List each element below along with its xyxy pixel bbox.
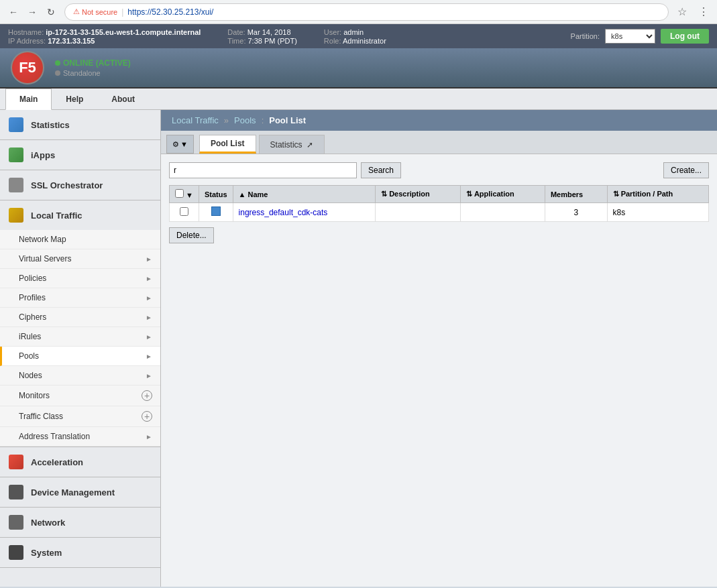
settings-dropdown-icon: ▼ — [180, 140, 188, 148]
create-button[interactable]: Create... — [663, 162, 709, 178]
sidebar-item-device-management[interactable]: Device Management — [0, 477, 160, 507]
pools-chevron: ► — [146, 353, 152, 360]
standalone-dot — [55, 70, 60, 76]
sidebar-item-profiles[interactable]: Profiles ► — [0, 288, 160, 308]
select-all-checkbox[interactable] — [175, 189, 184, 198]
breadcrumb-sep1: » — [224, 115, 229, 125]
profiles-label: Profiles — [19, 293, 46, 302]
search-input[interactable] — [169, 162, 357, 178]
main-layout: Statistics iApps SSL Orchestrator — [0, 110, 717, 587]
logout-button[interactable]: Log out — [661, 29, 709, 44]
nodes-label: Nodes — [19, 371, 42, 380]
bookmark-button[interactable]: ☆ — [674, 4, 690, 20]
partition-path-col-sort: ⇅ — [613, 190, 619, 198]
settings-button[interactable]: ⚙ ▼ — [166, 135, 194, 154]
ciphers-label: Ciphers — [19, 312, 46, 322]
device-management-label: Device Management — [31, 487, 115, 497]
col-header-members[interactable]: Members — [545, 186, 607, 203]
tab-help[interactable]: Help — [52, 89, 97, 109]
pool-list-content: Search Create... ▼ Status — [161, 154, 717, 251]
sidebar-item-monitors[interactable]: Monitors + — [0, 386, 160, 406]
partition-group: Partition: k8s Common Log out — [571, 29, 709, 44]
statistics-tab-expand-icon: ➚ — [307, 140, 313, 150]
row-application-cell — [461, 203, 545, 222]
sidebar-item-network-map[interactable]: Network Map — [0, 230, 160, 249]
col-header-dropdown[interactable]: ▼ — [186, 191, 193, 199]
sidebar-section-network: Network — [0, 508, 160, 538]
policies-chevron: ► — [146, 275, 152, 282]
tab-main[interactable]: Main — [5, 89, 52, 110]
local-traffic-icon — [8, 207, 24, 223]
sidebar-section-local-traffic: Local Traffic Network Map Virtual Server… — [0, 200, 160, 447]
sidebar-item-pools[interactable]: Pools ► — [0, 347, 160, 366]
sidebar-item-virtual-servers[interactable]: Virtual Servers ► — [0, 249, 160, 269]
network-icon — [8, 514, 24, 530]
sidebar-item-ssl[interactable]: SSL Orchestrator — [0, 170, 160, 200]
breadcrumb-root[interactable]: Local Traffic — [172, 115, 219, 125]
breadcrumb-pools[interactable]: Pools — [234, 115, 256, 125]
sidebar-item-acceleration[interactable]: Acceleration — [0, 447, 160, 477]
row-checkbox[interactable] — [180, 207, 188, 216]
virtual-servers-chevron: ► — [146, 255, 152, 263]
col-header-name[interactable]: ▲ Name — [233, 186, 376, 203]
nodes-chevron: ► — [146, 372, 152, 379]
statistics-tab-label: Statistics — [270, 140, 302, 150]
user-group: User: admin Role: Administrator — [324, 28, 386, 45]
sidebar-item-system[interactable]: System — [0, 538, 160, 567]
pool-name-link[interactable]: ingress_default_cdk-cats — [239, 208, 328, 217]
standalone-label: Standalone — [63, 69, 101, 77]
tab-statistics[interactable]: Statistics ➚ — [259, 135, 325, 154]
search-button[interactable]: Search — [361, 162, 401, 178]
iapps-label: iApps — [31, 150, 55, 160]
breadcrumb-current: Pool List — [269, 115, 306, 125]
profiles-chevron: ► — [146, 294, 152, 302]
col-header-description[interactable]: ⇅ Description — [376, 186, 461, 203]
status-col-label: Status — [205, 190, 227, 198]
row-members-cell: 3 — [545, 203, 607, 222]
network-map-label: Network Map — [19, 235, 66, 244]
not-secure-indicator: ⚠ Not secure — [73, 7, 117, 16]
col-header-status[interactable]: Status — [199, 186, 233, 203]
monitors-label: Monitors — [19, 391, 50, 400]
ssl-icon — [8, 177, 24, 193]
sidebar-item-ciphers[interactable]: Ciphers ► — [0, 308, 160, 327]
partition-select[interactable]: k8s Common — [605, 29, 655, 44]
sidebar-item-address-translation[interactable]: Address Translation ► — [0, 427, 160, 447]
sidebar-item-policies[interactable]: Policies ► — [0, 269, 160, 288]
status-standalone: Standalone — [55, 69, 131, 77]
pool-list-tab-label: Pool List — [211, 139, 245, 148]
description-col-label: Description — [389, 190, 430, 198]
iapps-icon — [8, 147, 24, 163]
hostname-label: Hostname: ip-172-31-33-155.eu-west-1.com… — [8, 28, 201, 36]
browser-menu-button[interactable]: ⋮ — [696, 4, 712, 20]
col-header-partition-path[interactable]: ⇅ Partition / Path — [607, 186, 708, 203]
back-button[interactable]: ← — [5, 4, 21, 20]
sidebar-item-traffic-class[interactable]: Traffic Class + — [0, 406, 160, 427]
breadcrumb-sep2: : — [262, 115, 264, 125]
row-status-cell — [199, 203, 233, 222]
name-col-label: ▲ Name — [239, 190, 268, 198]
sidebar-section-system: System — [0, 538, 160, 568]
network-label: Network — [31, 518, 65, 528]
pool-table: ▼ Status ▲ Name ⇅ Description — [169, 185, 709, 222]
sidebar-item-network[interactable]: Network — [0, 508, 160, 537]
hostname-group: Hostname: ip-172-31-33-155.eu-west-1.com… — [8, 28, 201, 45]
sidebar-item-local-traffic[interactable]: Local Traffic — [0, 200, 160, 230]
delete-button[interactable]: Delete... — [169, 227, 214, 243]
row-partition-path-cell: k8s — [607, 203, 708, 222]
tab-about[interactable]: About — [97, 89, 149, 109]
reload-button[interactable]: ↻ — [43, 4, 59, 20]
sidebar-item-iapps[interactable]: iApps — [0, 140, 160, 170]
sidebar-item-irules[interactable]: iRules ► — [0, 327, 160, 347]
sidebar-item-statistics[interactable]: Statistics — [0, 110, 160, 139]
col-header-select: ▼ — [170, 186, 199, 203]
time-info: Time: 7:38 PM (PDT) — [227, 37, 297, 45]
sidebar-item-nodes[interactable]: Nodes ► — [0, 366, 160, 386]
status-online: ONLINE (ACTIVE) — [55, 58, 131, 68]
forward-button[interactable]: → — [24, 4, 40, 20]
tab-pool-list[interactable]: Pool List — [199, 135, 256, 154]
virtual-servers-label: Virtual Servers — [19, 254, 71, 263]
local-traffic-submenu: Network Map Virtual Servers ► Policies ►… — [0, 230, 160, 447]
col-header-application[interactable]: ⇅ Application — [461, 186, 545, 203]
address-bar[interactable]: ⚠ Not secure | https://52.30.25.213/xui/ — [64, 3, 669, 21]
